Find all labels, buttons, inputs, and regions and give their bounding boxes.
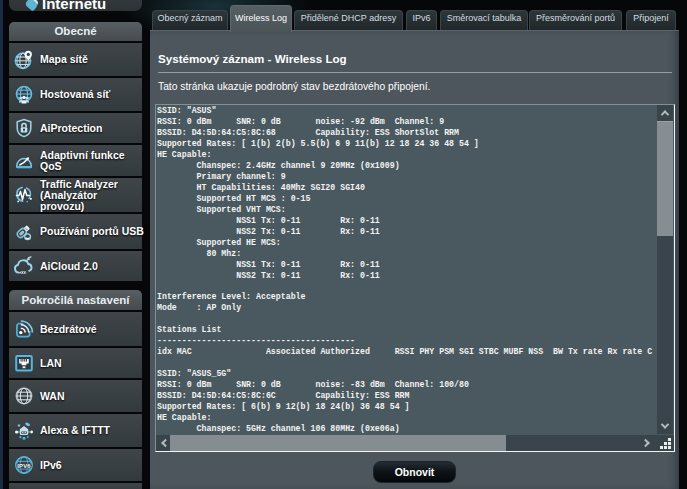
svg-text:IPV6: IPV6 bbox=[17, 463, 31, 469]
